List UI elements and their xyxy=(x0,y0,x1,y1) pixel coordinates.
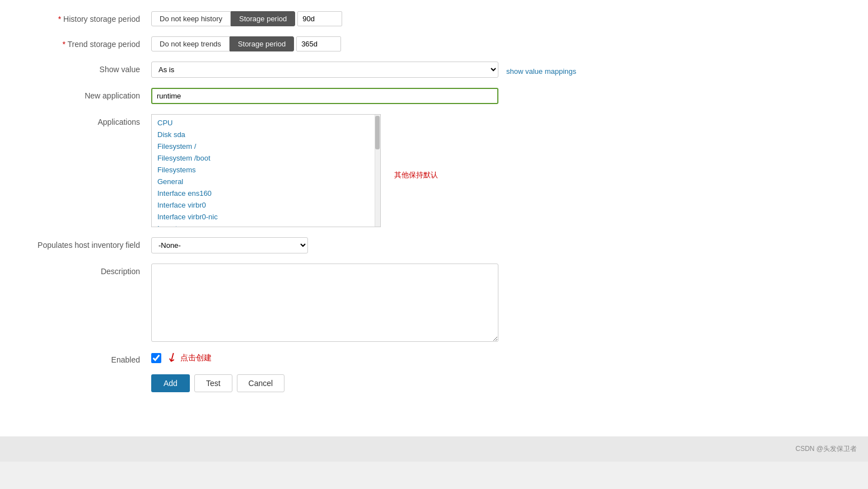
list-item[interactable]: Filesystem /boot xyxy=(152,152,380,164)
new-application-label: New application xyxy=(22,88,151,100)
applications-list-container: CPUDisk sdaFilesystem /Filesystem /bootF… xyxy=(151,114,381,227)
trend-storage-value-input[interactable] xyxy=(296,36,341,51)
action-buttons: Add Test Cancel xyxy=(151,374,284,392)
watermark-text: CSDN @头发保卫者 xyxy=(795,445,857,453)
add-button[interactable]: Add xyxy=(151,374,190,392)
cancel-button[interactable]: Cancel xyxy=(237,374,285,392)
annotation-area: ↙ 点击创建 xyxy=(167,352,212,364)
trend-storage-label: Trend storage period xyxy=(22,36,151,49)
populates-label: Populates host inventory field xyxy=(22,237,151,250)
trend-storage-period-btn[interactable]: Storage period xyxy=(230,36,294,51)
show-value-mappings-link[interactable]: show value mappings xyxy=(506,64,576,76)
side-note: 其他保持默认 xyxy=(394,114,438,180)
scrollbar-thumb[interactable] xyxy=(375,116,380,149)
list-item[interactable]: Disk sda xyxy=(152,129,380,140)
new-application-input[interactable] xyxy=(151,88,498,104)
scrollbar-track xyxy=(375,115,380,227)
footer-bar: CSDN @头发保卫者 xyxy=(0,436,868,462)
history-storage-toggle[interactable]: Do not keep history Storage period xyxy=(151,11,295,26)
enabled-label: Enabled xyxy=(22,352,151,364)
list-item[interactable]: General xyxy=(152,176,380,187)
list-item[interactable]: Interface virbr0-nic xyxy=(152,211,380,223)
history-storage-value-input[interactable] xyxy=(297,11,342,26)
list-item[interactable]: Interface virbr0 xyxy=(152,199,380,211)
trend-no-keep-btn[interactable]: Do not keep trends xyxy=(151,36,230,51)
trend-storage-toggle[interactable]: Do not keep trends Storage period xyxy=(151,36,294,51)
populates-select[interactable]: -None- xyxy=(151,237,308,253)
list-item[interactable]: Interface ens160 xyxy=(152,187,380,199)
applications-list[interactable]: CPUDisk sdaFilesystem /Filesystem /bootF… xyxy=(152,115,380,227)
test-button[interactable]: Test xyxy=(194,374,232,392)
annotation-text: 点击创建 xyxy=(180,353,212,363)
description-textarea[interactable] xyxy=(151,264,498,342)
arrow-icon: ↙ xyxy=(164,348,180,366)
list-item[interactable]: CPU xyxy=(152,117,380,129)
description-label: Description xyxy=(22,264,151,276)
history-storage-period-btn[interactable]: Storage period xyxy=(231,11,295,26)
show-value-label: Show value xyxy=(22,62,151,74)
list-item[interactable]: Filesystems xyxy=(152,164,380,176)
show-value-select[interactable]: As is xyxy=(151,62,498,78)
enabled-checkbox[interactable] xyxy=(151,353,161,363)
list-item[interactable]: Filesystem / xyxy=(152,140,380,152)
history-storage-label: History storage period xyxy=(22,11,151,23)
applications-label: Applications xyxy=(22,114,151,126)
history-no-keep-btn[interactable]: Do not keep history xyxy=(151,11,231,26)
buttons-spacer xyxy=(22,374,151,378)
list-item[interactable]: Inventory xyxy=(152,223,380,227)
